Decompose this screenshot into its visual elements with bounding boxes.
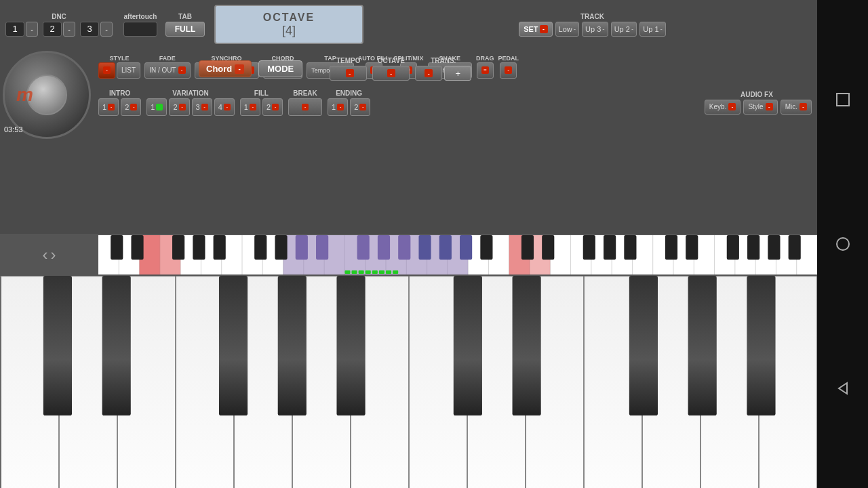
- octave-title: OCTAVE: [263, 12, 315, 24]
- dnc-minus-1[interactable]: -: [26, 22, 38, 37]
- chord-minus[interactable]: -: [235, 64, 244, 74]
- track-up2-button[interactable]: Up 2 -: [611, 22, 637, 37]
- android-square-button[interactable]: [831, 87, 855, 112]
- octave-value: [4]: [282, 24, 296, 38]
- chord-button[interactable]: Chord -: [199, 60, 252, 77]
- track-set-button[interactable]: SET -: [519, 22, 552, 37]
- track-up1-button[interactable]: Up 1 -: [639, 22, 666, 37]
- tempo-label: TEMPO: [336, 57, 361, 64]
- pedal-section: PEDAL -: [498, 55, 519, 79]
- dnc-minus-2[interactable]: -: [63, 22, 75, 37]
- variation-btn-2[interactable]: 2 -: [169, 98, 189, 116]
- fade-minus[interactable]: -: [178, 66, 186, 74]
- pedal-button[interactable]: -: [500, 62, 517, 79]
- style-list-button[interactable]: LIST: [117, 62, 140, 79]
- svg-rect-75: [837, 94, 849, 106]
- android-home-button[interactable]: [831, 232, 855, 256]
- ending-block: ENDING 1 - 2 -: [328, 89, 370, 116]
- white-key-e5[interactable]: E5: [526, 276, 584, 488]
- dnc-minus-3[interactable]: -: [100, 22, 113, 37]
- nav-prev-arrow[interactable]: ‹: [43, 245, 48, 264]
- octave-ctrl-button[interactable]: -: [372, 66, 410, 81]
- ending-btn-2[interactable]: 2 -: [350, 98, 370, 116]
- fill-btn-2[interactable]: 2 -: [262, 98, 283, 116]
- mini-keyboard-row: ‹ ›: [0, 234, 817, 276]
- fade-button[interactable]: IN / OUT -: [144, 62, 190, 79]
- white-key-f4[interactable]: F4: [176, 276, 234, 488]
- drag-label: DRAG: [476, 55, 494, 62]
- break-btn[interactable]: -: [288, 98, 322, 116]
- aftertouch-label: aftertouch: [124, 13, 157, 20]
- audio-fx-block: AUDIO FX Keyb. - Style - Mic. -: [705, 91, 812, 115]
- tempo-minus[interactable]: -: [346, 69, 354, 77]
- audio-fx-mic-button[interactable]: Mic. -: [781, 100, 812, 115]
- white-keys-container: C4 D4 E4 F4 G4 A4 B4 C5: [0, 276, 817, 488]
- variation-block: VARIATION 1 2 - 3 - 4: [146, 89, 235, 116]
- trans-minus[interactable]: -: [425, 69, 433, 77]
- dnc-control-3: 3 -: [80, 22, 113, 37]
- white-key-d4[interactable]: D4: [59, 276, 117, 488]
- circle-icon: [835, 236, 851, 252]
- tab-full-button[interactable]: FULL: [165, 22, 205, 37]
- trans-plus-button[interactable]: +: [444, 66, 471, 81]
- white-key-b5[interactable]: B5: [759, 276, 817, 488]
- tempo-button[interactable]: -: [330, 66, 367, 81]
- audio-fx-keyb-button[interactable]: Keyb. -: [705, 100, 741, 115]
- octave-ctrl-label: OCTAVE: [378, 57, 405, 64]
- app-logo: m: [16, 84, 33, 106]
- fill-block: FILL 1 - 2 -: [240, 89, 283, 116]
- variation-label: VARIATION: [172, 89, 209, 97]
- track-up3-button[interactable]: Up 3 -: [582, 22, 608, 37]
- nav-arrows: ‹ ›: [0, 245, 98, 264]
- android-nav-bar: [817, 0, 868, 488]
- intro-btn-1[interactable]: 1 -: [98, 98, 119, 116]
- break-block: BREAK -: [288, 89, 322, 116]
- fade-section: FADE IN / OUT -: [144, 55, 190, 79]
- intro-btn-2[interactable]: 2 -: [121, 98, 141, 116]
- variation-btn-4[interactable]: 4 -: [214, 98, 235, 116]
- dnc-control-1: 1 -: [5, 22, 38, 37]
- pedal-label: PEDAL: [498, 55, 519, 62]
- ending-btn-1[interactable]: 1 -: [328, 98, 348, 116]
- fill-btn-1[interactable]: 1 -: [240, 98, 260, 116]
- drag-button[interactable]: =: [477, 62, 494, 79]
- white-key-e4[interactable]: E4: [117, 276, 176, 488]
- octave-ctrl-minus[interactable]: -: [387, 69, 395, 77]
- variation-active-indicator: [156, 104, 163, 110]
- dnc-val-1: 1: [5, 22, 24, 37]
- time-display: 03:53: [4, 125, 23, 134]
- android-back-button[interactable]: [831, 376, 855, 401]
- white-key-a5[interactable]: A5: [701, 276, 759, 488]
- intro-block: INTRO 1 - 2 -: [98, 89, 141, 116]
- style-minus-icon: -: [103, 66, 111, 74]
- audio-fx-style-button[interactable]: Style -: [743, 100, 777, 115]
- fade-label: FADE: [159, 55, 176, 62]
- triangle-back-icon: [835, 380, 851, 396]
- piano-keyboard-area[interactable]: C4 D4 E4 F4 G4 A4 B4 C5: [0, 276, 817, 488]
- white-key-c4[interactable]: C4: [0, 276, 59, 488]
- mini-keys-container[interactable]: [98, 235, 817, 274]
- dnc-control-2: 2 -: [43, 22, 75, 37]
- nav-next-arrow[interactable]: ›: [51, 245, 56, 264]
- white-key-a4[interactable]: A4: [292, 276, 351, 488]
- white-key-b4[interactable]: B4: [351, 276, 409, 488]
- white-key-g4[interactable]: G4: [234, 276, 292, 488]
- white-key-c5[interactable]: C5: [409, 276, 467, 488]
- dnc-label: DNC: [52, 13, 66, 20]
- variation-btn-1[interactable]: 1: [146, 98, 167, 116]
- style-minus-button[interactable]: -: [98, 62, 115, 79]
- white-key-f5[interactable]: F5: [584, 276, 642, 488]
- variation-btn-3[interactable]: 3 -: [192, 98, 212, 116]
- square-icon: [835, 92, 851, 108]
- intro-label: INTRO: [109, 89, 130, 97]
- drag-section: DRAG =: [476, 55, 494, 79]
- track-low-button[interactable]: Low -: [555, 22, 580, 37]
- trans-label: TRANS.: [431, 57, 456, 64]
- aftertouch-group: aftertouch: [123, 13, 157, 37]
- trans-minus-button[interactable]: -: [415, 66, 442, 81]
- mode-button[interactable]: MODE: [258, 60, 302, 77]
- white-key-d5[interactable]: D5: [467, 276, 526, 488]
- white-key-g5[interactable]: G5: [642, 276, 701, 488]
- drag-eq: =: [481, 66, 489, 74]
- pedal-minus[interactable]: -: [505, 66, 512, 74]
